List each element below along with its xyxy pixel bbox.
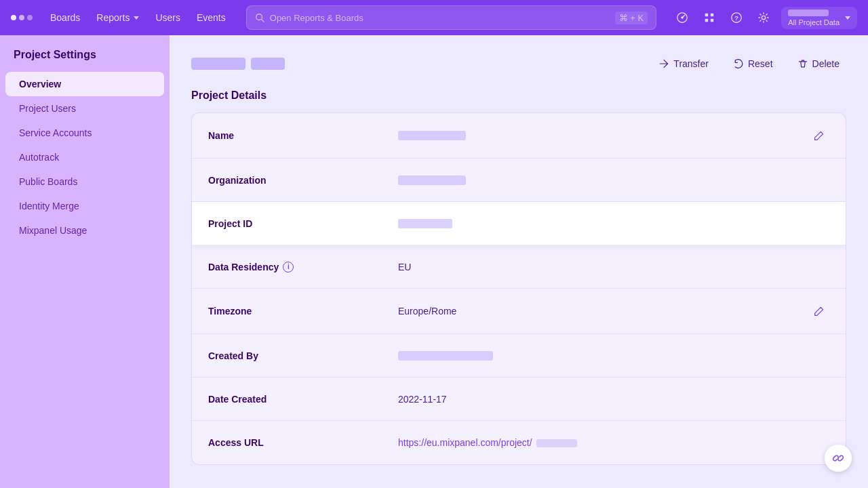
logo-dot-3	[27, 15, 33, 20]
project-title	[191, 58, 285, 70]
nav-users[interactable]: Users	[149, 8, 187, 27]
svg-text:?: ?	[734, 14, 738, 22]
pencil-icon	[814, 130, 825, 141]
row-project-id: Project ID	[192, 202, 846, 245]
help-icon-btn[interactable]: ?	[724, 5, 749, 30]
action-name	[802, 125, 829, 146]
svg-point-3	[681, 16, 684, 19]
copy-link-button[interactable]	[825, 445, 852, 472]
sidebar-item-overview[interactable]: Overview	[5, 72, 164, 96]
info-icon[interactable]: i	[283, 262, 294, 272]
value-created-by	[398, 351, 802, 361]
value-timezone: Europe/Rome	[398, 306, 802, 317]
row-date-created: Date Created 2022-11-17	[192, 378, 846, 421]
transfer-icon	[658, 58, 669, 69]
value-data-residency: EU	[398, 262, 802, 272]
nav-reports[interactable]: Reports	[90, 8, 146, 27]
project-name-blur	[788, 9, 829, 16]
project-sub-label: All Project Data	[788, 18, 840, 26]
reset-button[interactable]: Reset	[726, 54, 780, 73]
svg-line-1	[261, 20, 264, 22]
sidebar-title: Project Settings	[0, 49, 170, 72]
project-selector-text: All Project Data	[788, 9, 840, 26]
search-shortcut: ⌘ + K	[615, 12, 648, 24]
grid-icon	[703, 12, 715, 24]
analytics-icon-btn[interactable]	[670, 5, 694, 30]
value-cb-blur	[398, 351, 493, 361]
logo-dot-1	[11, 15, 16, 20]
content-area: Transfer Reset Delete Project	[170, 35, 868, 488]
trash-icon	[797, 58, 808, 69]
sidebar-item-public-boards[interactable]: Public Boards	[5, 169, 164, 194]
row-access-url: Access URL https://eu.mixpanel.com/proje…	[192, 421, 846, 464]
row-name: Name	[192, 113, 846, 159]
search-icon	[255, 13, 264, 22]
sidebar: Project Settings Overview Project Users …	[0, 35, 170, 488]
project-selector[interactable]: All Project Data	[781, 7, 857, 29]
header-actions: Transfer Reset Delete	[652, 54, 846, 73]
pencil-icon	[814, 306, 825, 317]
svg-rect-7	[711, 19, 714, 22]
logo-dot-2	[19, 15, 24, 20]
project-name-block	[191, 58, 245, 70]
topnav: Boards Reports Users Events Open Reports…	[0, 0, 868, 35]
sidebar-item-mixpanel-usage[interactable]: Mixpanel Usage	[5, 218, 164, 243]
topnav-icons: ?	[670, 5, 776, 30]
link-icon	[832, 452, 844, 464]
value-project-id	[398, 219, 802, 228]
value-organization	[398, 176, 802, 185]
action-timezone	[802, 301, 829, 321]
project-id-block	[251, 58, 285, 70]
edit-name-button[interactable]	[809, 125, 829, 146]
project-header: Transfer Reset Delete	[191, 54, 846, 73]
svg-rect-4	[705, 14, 709, 17]
value-pid-blur	[398, 219, 452, 228]
label-date-created: Date Created	[208, 394, 398, 405]
value-name	[398, 131, 802, 140]
transfer-button[interactable]: Transfer	[652, 54, 715, 73]
label-timezone: Timezone	[208, 306, 398, 317]
delete-button[interactable]: Delete	[791, 54, 846, 73]
nav-events[interactable]: Events	[190, 8, 233, 27]
value-date-created: 2022-11-17	[398, 394, 802, 405]
nav-boards[interactable]: Boards	[43, 8, 87, 27]
svg-rect-6	[705, 19, 709, 22]
label-name: Name	[208, 130, 398, 141]
sidebar-item-identity-merge[interactable]: Identity Merge	[5, 194, 164, 218]
search-placeholder: Open Reports & Boards	[270, 13, 363, 23]
section-title: Project Details	[191, 89, 846, 102]
access-url-blur	[536, 439, 577, 447]
sidebar-item-autotrack[interactable]: Autotrack	[5, 145, 164, 169]
help-icon: ?	[730, 12, 743, 24]
label-project-id: Project ID	[208, 218, 398, 229]
svg-point-10	[762, 16, 765, 19]
row-organization: Organization	[192, 159, 846, 202]
label-created-by: Created By	[208, 350, 398, 361]
search-bar[interactable]: Open Reports & Boards ⌘ + K	[246, 5, 656, 30]
gear-icon	[757, 12, 770, 24]
edit-timezone-button[interactable]	[809, 301, 829, 321]
analytics-icon	[676, 12, 688, 24]
row-created-by: Created By	[192, 334, 846, 378]
label-access-url: Access URL	[208, 437, 398, 448]
row-data-residency: Data Residency i EU	[192, 245, 846, 289]
sidebar-item-project-users[interactable]: Project Users	[5, 96, 164, 121]
label-data-residency: Data Residency i	[208, 262, 398, 272]
value-access-url[interactable]: https://eu.mixpanel.com/project/	[398, 437, 802, 448]
chevron-down-icon	[134, 16, 139, 20]
svg-rect-5	[711, 14, 714, 17]
settings-icon-btn[interactable]	[751, 5, 776, 30]
sidebar-item-service-accounts[interactable]: Service Accounts	[5, 121, 164, 145]
value-name-blur	[398, 131, 466, 140]
row-timezone: Timezone Europe/Rome	[192, 289, 846, 334]
reset-icon	[733, 58, 744, 69]
details-table: Name Organization	[191, 113, 846, 465]
value-org-blur	[398, 176, 466, 185]
label-organization: Organization	[208, 175, 398, 186]
main-layout: Project Settings Overview Project Users …	[0, 35, 868, 488]
project-chevron-icon	[845, 16, 850, 20]
grid-icon-btn[interactable]	[697, 5, 722, 30]
logo[interactable]	[11, 15, 33, 20]
